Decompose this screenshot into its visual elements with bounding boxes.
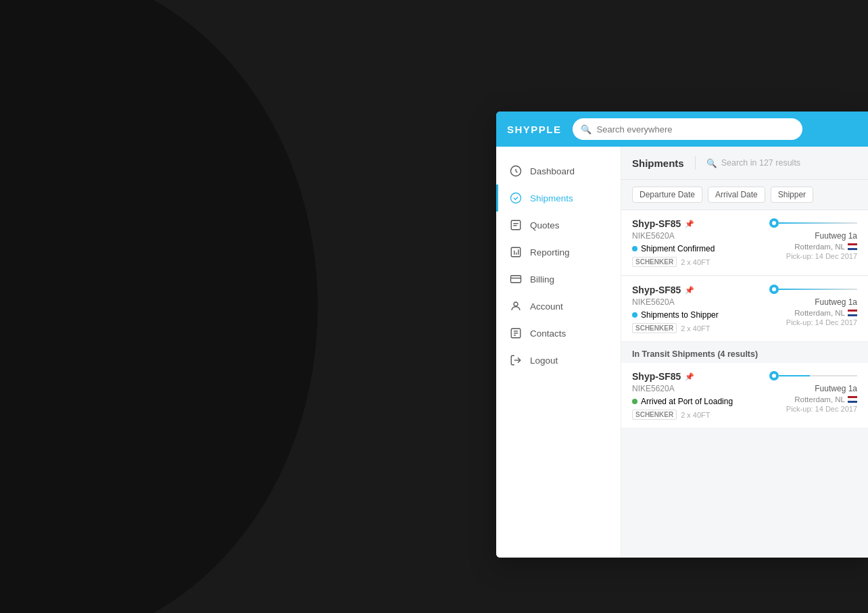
navbar: SHYPPLE 🔍	[496, 112, 868, 147]
filter-shipper[interactable]: Shipper	[771, 187, 813, 203]
quotes-icon	[510, 219, 522, 231]
status-label-2: Shipments to Shipper	[641, 310, 719, 320]
panel-search-icon: 🔍	[706, 158, 717, 168]
panel-divider	[695, 156, 696, 170]
pickup-date-2: Pick-up: 14 Dec 2017	[769, 318, 857, 326]
card-id-row-2: Shyp-SF85 📌	[632, 285, 769, 295]
shipment-carrier-3: SCHENKER 2 x 40FT	[632, 410, 769, 420]
app-window: SHYPPLE 🔍 Dashboard Shipm	[496, 112, 868, 558]
card-id-row-1: Shyp-SF85 📌	[632, 218, 769, 229]
status-label-3: Arrived at Port of Loading	[641, 397, 733, 406]
route-indicator-1	[769, 218, 857, 228]
card-left-1: Shyp-SF85 📌 NIKE5620A Shipment Confirmed…	[632, 218, 769, 267]
city-name-1: Rotterdam, NL	[794, 243, 845, 251]
sidebar-item-reporting[interactable]: Reporting	[496, 239, 621, 266]
flag-nl-2	[848, 310, 857, 316]
flag-nl-3	[848, 396, 857, 403]
sidebar-item-dashboard[interactable]: Dashboard	[496, 157, 621, 185]
main-panel: Shipments 🔍 Search in 127 results Depart…	[621, 147, 868, 558]
shipment-id-2: Shyp-SF85	[632, 285, 681, 295]
shipment-carrier-1: SCHENKER 2 x 40FT	[632, 257, 769, 267]
shipment-ref-2: NIKE5620A	[632, 297, 769, 307]
shipment-status-row-1: Shipment Confirmed	[632, 244, 769, 253]
shipment-destination-2: Fuutweg 1a	[769, 297, 857, 307]
route-line-2	[779, 289, 857, 290]
sidebar-label-dashboard: Dashboard	[530, 166, 575, 176]
shipment-status-row-2: Shipments to Shipper	[632, 310, 769, 320]
shipment-card-1[interactable]: Shyp-SF85 📌 NIKE5620A Shipment Confirmed…	[621, 210, 868, 276]
app-logo: SHYPPLE	[507, 124, 562, 135]
account-icon	[510, 300, 522, 312]
destination-detail-3: Rotterdam, NL	[769, 395, 857, 403]
pin-icon-3: 📌	[685, 372, 694, 381]
panel-search-results[interactable]: 🔍 Search in 127 results	[706, 158, 800, 168]
svg-rect-7	[511, 247, 521, 257]
global-search-input[interactable]	[597, 124, 794, 134]
svg-rect-11	[511, 276, 521, 283]
sidebar-item-billing[interactable]: Billing	[496, 266, 621, 293]
card-left-2: Shyp-SF85 📌 NIKE5620A Shipments to Shipp…	[632, 285, 769, 333]
carrier-logo-2: SCHENKER	[632, 323, 677, 333]
sidebar-label-quotes: Quotes	[530, 220, 560, 230]
route-dot-inner-2	[772, 287, 776, 291]
city-name-3: Rotterdam, NL	[794, 395, 845, 403]
background-curve	[0, 0, 338, 613]
panel-header: Shipments 🔍 Search in 127 results	[621, 147, 868, 180]
filters-bar: Departure Date Arrival Date Shipper	[621, 180, 868, 210]
card-id-row-3: Shyp-SF85 📌	[632, 371, 769, 382]
shipment-card-3[interactable]: Shyp-SF85 📌 NIKE5620A Arrived at Port of…	[621, 363, 868, 428]
route-line-1	[779, 222, 857, 224]
billing-icon	[510, 273, 522, 285]
shipments-icon	[510, 192, 522, 204]
global-search-bar[interactable]: 🔍	[573, 118, 802, 140]
carrier-logo-1: SCHENKER	[632, 257, 677, 267]
status-dot-2	[632, 312, 637, 318]
logout-icon	[510, 354, 522, 366]
shipment-carrier-2: SCHENKER 2 x 40FT	[632, 323, 769, 333]
filter-arrival-date[interactable]: Arrival Date	[708, 187, 765, 203]
sidebar-label-billing: Billing	[530, 274, 554, 285]
search-icon: 🔍	[581, 124, 592, 134]
status-label-1: Shipment Confirmed	[641, 244, 715, 253]
content-area: Dashboard Shipments Quotes	[496, 147, 868, 558]
contacts-icon	[510, 327, 522, 339]
dashboard-icon	[510, 165, 522, 177]
panel-search-text: Search in 127 results	[721, 158, 800, 168]
panel-title: Shipments	[632, 157, 684, 169]
shipment-id-3: Shyp-SF85	[632, 371, 681, 382]
sidebar-label-shipments: Shipments	[530, 193, 573, 203]
carrier-logo-3: SCHENKER	[632, 410, 677, 420]
sidebar-item-contacts[interactable]: Contacts	[496, 320, 621, 347]
status-dot-1	[632, 246, 637, 251]
sidebar-label-account: Account	[530, 301, 563, 312]
route-line-3	[779, 375, 857, 376]
pickup-date-1: Pick-up: 14 Dec 2017	[769, 252, 857, 260]
shipment-id-1: Shyp-SF85	[632, 218, 681, 229]
shipment-status-row-3: Arrived at Port of Loading	[632, 397, 769, 406]
svg-line-2	[516, 171, 517, 172]
card-right-3: Fuutweg 1a Rotterdam, NL Pick-up: 14 Dec…	[769, 371, 857, 413]
in-transit-section-header: In Transit Shipments (4 results)	[621, 343, 868, 363]
reporting-icon	[510, 246, 522, 258]
sidebar-item-shipments[interactable]: Shipments	[496, 185, 621, 212]
flag-nl-1	[848, 243, 857, 250]
svg-rect-4	[511, 220, 521, 230]
sidebar-label-reporting: Reporting	[530, 247, 570, 258]
pin-icon-1: 📌	[685, 220, 694, 228]
card-right-1: Fuutweg 1a Rotterdam, NL Pick-up: 14 Dec…	[769, 218, 857, 260]
carrier-containers-1: 2 x 40FT	[681, 258, 710, 266]
sidebar-item-quotes[interactable]: Quotes	[496, 212, 621, 239]
route-indicator-3	[769, 371, 857, 381]
shipment-card-2[interactable]: Shyp-SF85 📌 NIKE5620A Shipments to Shipp…	[621, 276, 868, 342]
destination-detail-2: Rotterdam, NL	[769, 309, 857, 317]
sidebar-item-logout[interactable]: Logout	[496, 347, 621, 374]
sidebar-label-contacts: Contacts	[530, 328, 566, 339]
shipment-destination-1: Fuutweg 1a	[769, 231, 857, 241]
sidebar-item-account[interactable]: Account	[496, 293, 621, 320]
svg-point-13	[514, 302, 518, 306]
filter-departure-date[interactable]: Departure Date	[632, 187, 702, 203]
card-right-2: Fuutweg 1a Rotterdam, NL Pick-up: 14 Dec…	[769, 285, 857, 326]
route-dot-1	[769, 218, 779, 228]
shipment-ref-1: NIKE5620A	[632, 231, 769, 241]
city-name-2: Rotterdam, NL	[794, 309, 845, 317]
